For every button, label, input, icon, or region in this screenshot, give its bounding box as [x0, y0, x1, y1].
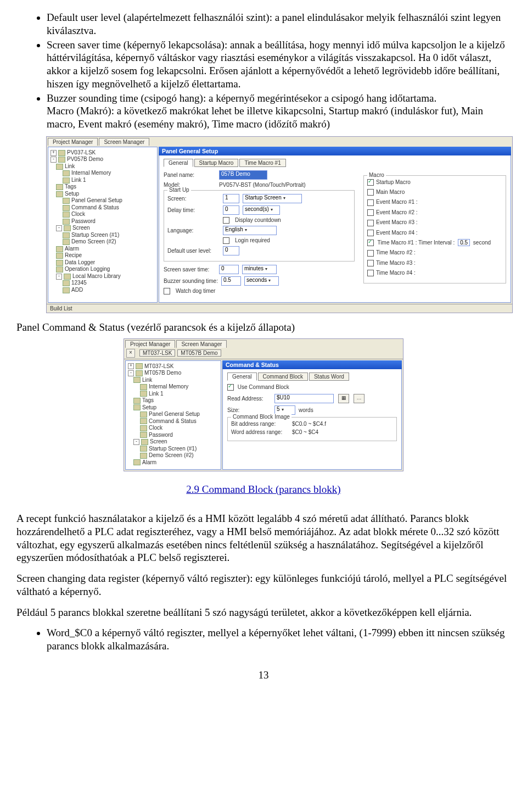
expand-icon[interactable]: +	[128, 363, 134, 369]
tree-node[interactable]: MT037-LSK	[144, 363, 173, 370]
bottom-bullet-list: Word_$C0 a képernyő váltó regiszter, mel…	[16, 626, 511, 653]
delay-input[interactable]: 0	[223, 205, 239, 215]
tree-node[interactable]: Tags	[142, 397, 154, 404]
tree-node[interactable]: Screen	[72, 225, 90, 232]
sst-unit[interactable]: minutes	[242, 265, 277, 274]
tree-node[interactable]: PV057B Demo	[67, 156, 103, 163]
tree-node[interactable]: Password	[149, 432, 173, 439]
login-required-checkbox[interactable]	[223, 237, 229, 244]
tree-node[interactable]: Startup Screen (#1)	[149, 446, 197, 453]
expand-icon[interactable]: -	[133, 439, 139, 445]
panel-name-input[interactable]: 057B Demo	[219, 170, 267, 180]
tree-node[interactable]: Local Macro Library	[72, 273, 121, 280]
path-tab-1[interactable]: MT037-LSK	[139, 349, 175, 357]
path-tab-2[interactable]: MT057B Demo	[177, 349, 221, 357]
tree-node[interactable]: PV037-LSK	[67, 149, 96, 157]
clock-icon	[63, 212, 70, 218]
time-macro3-checkbox[interactable]	[367, 260, 374, 266]
address-btn-2[interactable]: …	[354, 394, 365, 403]
tree-node[interactable]: Link 1	[71, 177, 86, 184]
tree-node[interactable]: MT057B Demo	[144, 370, 181, 377]
startup-macro-checkbox[interactable]	[367, 179, 374, 186]
screen-drop[interactable]: Startup Screen	[243, 194, 302, 203]
tab-status-word[interactable]: Status Word	[309, 372, 349, 381]
tab-general[interactable]: General	[227, 372, 257, 381]
folder-icon	[136, 363, 143, 369]
watchdog-label: Watch dog timer	[176, 288, 215, 294]
tree-node[interactable]: Screen	[150, 438, 167, 446]
tree-node[interactable]: Alarm	[65, 246, 79, 253]
event-macro3-checkbox[interactable]	[367, 220, 374, 226]
tab-general[interactable]: General	[164, 159, 193, 167]
main-macro-checkbox[interactable]	[367, 189, 374, 196]
tree-node[interactable]: ADD	[71, 287, 83, 294]
tab-startup-macro[interactable]: Startup Macro	[194, 159, 239, 167]
tree-node[interactable]: Clock	[149, 425, 162, 432]
time-macro2-checkbox[interactable]	[367, 250, 374, 257]
build-list-tab[interactable]: Build List	[47, 304, 512, 313]
tree-node[interactable]: Data Logger	[65, 259, 95, 266]
tree-node[interactable]: Link	[142, 377, 152, 384]
screenshot-command-status: Project Manager Screen Manager × MT037-L…	[124, 338, 403, 472]
read-address-input[interactable]: $U10	[274, 394, 334, 403]
delay-unit-drop[interactable]: second(s)	[243, 205, 280, 215]
tree-node[interactable]: Internal Memory	[71, 170, 111, 177]
tree-node[interactable]: Alarm	[142, 459, 156, 466]
default-level-input[interactable]: 0	[223, 246, 239, 255]
tree-node[interactable]: Recipe	[65, 252, 82, 259]
bst-unit[interactable]: seconds	[244, 276, 279, 286]
language-drop[interactable]: English	[223, 226, 277, 235]
tree-node[interactable]: Demo Screen (#2)	[149, 452, 194, 459]
tree-node[interactable]: Demo Screen (#2)	[71, 238, 116, 246]
tab-time-macro-1[interactable]: Time Macro #1	[239, 159, 285, 167]
time-macro4-checkbox[interactable]	[367, 270, 374, 276]
expand-icon[interactable]: -	[51, 157, 57, 163]
use-command-block-checkbox[interactable]	[227, 384, 234, 391]
expand-icon[interactable]: +	[51, 150, 57, 156]
cbi-group-title: Command Block Image	[231, 414, 291, 420]
tab-screen-manager[interactable]: Screen Manager	[99, 138, 149, 146]
expand-icon[interactable]: -	[56, 225, 62, 231]
tree-node[interactable]: 12345	[71, 280, 87, 287]
tree-node[interactable]: Link 1	[149, 391, 164, 398]
tab-command-block[interactable]: Command Block	[258, 372, 308, 381]
tree-node[interactable]: Internal Memory	[149, 383, 188, 391]
tree-node[interactable]: Panel General Setup	[149, 411, 200, 418]
tree-node[interactable]: Startup Screen (#1)	[71, 232, 119, 239]
macro-icon	[64, 274, 71, 280]
tab-project-manager[interactable]: Project Manager	[125, 340, 175, 348]
watchdog-checkbox[interactable]	[164, 288, 170, 294]
event-macro4-checkbox[interactable]	[367, 230, 374, 236]
time-macro1-label: Time Macro #1 : Timer Interval :	[378, 240, 455, 246]
tab-screen-manager[interactable]: Screen Manager	[176, 340, 227, 348]
close-icon[interactable]: ×	[126, 349, 135, 358]
sst-input[interactable]: 0	[219, 265, 239, 274]
bst-input[interactable]: 0.5	[221, 276, 241, 286]
login-required-label: Login required	[235, 237, 270, 243]
macro-group-title: Macro	[367, 172, 386, 178]
tree-node[interactable]: Password	[71, 218, 96, 225]
tab-project-manager[interactable]: Project Manager	[48, 138, 98, 146]
tree-node[interactable]: Setup	[65, 191, 79, 198]
tree-node[interactable]: Command & Status	[149, 418, 197, 425]
time-macro1-checkbox[interactable]	[367, 240, 374, 246]
time-macro1-interval-input[interactable]: 0.5	[458, 239, 470, 246]
bullet-2: Screen saver time (képernyő lekapcsolása…	[47, 38, 511, 91]
event-macro2-checkbox[interactable]	[367, 209, 374, 216]
screen-num-input[interactable]: 1	[223, 194, 239, 203]
event-macro1-checkbox[interactable]	[367, 199, 374, 206]
tree-node[interactable]: Tags	[65, 183, 76, 191]
address-btn-1[interactable]: ▦	[338, 394, 349, 403]
shot2-tree[interactable]: +MT037-LSK -MT057B Demo Link Internal Me…	[125, 360, 221, 470]
tree-node[interactable]: Clock	[71, 211, 85, 218]
display-countdown-checkbox[interactable]	[223, 217, 229, 224]
tree-node[interactable]: Operation Logging	[65, 266, 110, 273]
tree-node[interactable]: Setup	[142, 404, 156, 411]
expand-icon[interactable]: -	[128, 370, 134, 376]
tree-node[interactable]: Command & Status	[71, 204, 119, 212]
bit-range-value: $C0.0 ~ $C4.f	[292, 421, 326, 427]
shot1-tree[interactable]: +PV037-LSK -PV057B Demo Link Internal Me…	[48, 147, 158, 303]
expand-icon[interactable]: -	[56, 274, 62, 280]
tree-node[interactable]: Panel General Setup	[71, 197, 122, 204]
tree-node[interactable]: Link	[65, 163, 75, 170]
